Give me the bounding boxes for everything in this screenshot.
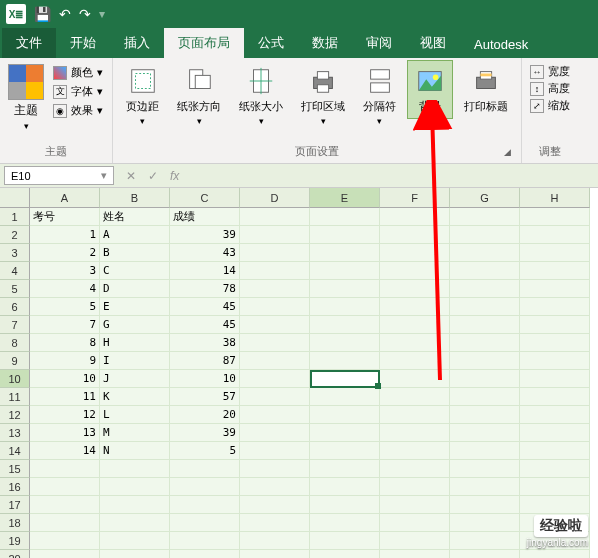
cell-B2[interactable]: A — [100, 226, 170, 244]
tab-autodesk[interactable]: Autodesk — [460, 31, 542, 58]
cell-G7[interactable] — [450, 316, 520, 334]
tab-insert[interactable]: 插入 — [110, 28, 164, 58]
cell-H18[interactable] — [520, 514, 590, 532]
cell-B8[interactable]: H — [100, 334, 170, 352]
cell-D18[interactable] — [240, 514, 310, 532]
cell-E6[interactable] — [310, 298, 380, 316]
cell-D9[interactable] — [240, 352, 310, 370]
cell-C17[interactable] — [170, 496, 240, 514]
cell-H5[interactable] — [520, 280, 590, 298]
cell-G16[interactable] — [450, 478, 520, 496]
cell-C1[interactable]: 成绩 — [170, 208, 240, 226]
cell-B16[interactable] — [100, 478, 170, 496]
cell-E20[interactable] — [310, 550, 380, 558]
cell-D20[interactable] — [240, 550, 310, 558]
row-header-12[interactable]: 12 — [0, 406, 30, 424]
cell-G8[interactable] — [450, 334, 520, 352]
cell-C12[interactable]: 20 — [170, 406, 240, 424]
cell-B18[interactable] — [100, 514, 170, 532]
cell-A6[interactable]: 5 — [30, 298, 100, 316]
cell-H19[interactable] — [520, 532, 590, 550]
theme-colors-button[interactable]: 颜色 ▾ — [52, 64, 104, 81]
cell-B3[interactable]: B — [100, 244, 170, 262]
cell-B9[interactable]: I — [100, 352, 170, 370]
cell-H11[interactable] — [520, 388, 590, 406]
background-button[interactable]: 背景 — [407, 60, 453, 119]
col-header-D[interactable]: D — [240, 188, 310, 208]
col-header-E[interactable]: E — [310, 188, 380, 208]
cell-F20[interactable] — [380, 550, 450, 558]
cell-F13[interactable] — [380, 424, 450, 442]
cell-B14[interactable]: N — [100, 442, 170, 460]
themes-button[interactable]: 主题 ▾ — [6, 60, 46, 135]
cell-D10[interactable] — [240, 370, 310, 388]
cell-C20[interactable] — [170, 550, 240, 558]
cell-B10[interactable]: J — [100, 370, 170, 388]
print-titles-button[interactable]: 打印标题 — [457, 60, 515, 119]
cell-E12[interactable] — [310, 406, 380, 424]
print-area-button[interactable]: 打印区域▾ — [294, 60, 352, 131]
cell-C9[interactable]: 87 — [170, 352, 240, 370]
cell-E19[interactable] — [310, 532, 380, 550]
row-header-1[interactable]: 1 — [0, 208, 30, 226]
theme-fonts-button[interactable]: 文字体 ▾ — [52, 83, 104, 100]
cell-H4[interactable] — [520, 262, 590, 280]
cell-H7[interactable] — [520, 316, 590, 334]
cell-A10[interactable]: 10 — [30, 370, 100, 388]
cell-E18[interactable] — [310, 514, 380, 532]
cell-A5[interactable]: 4 — [30, 280, 100, 298]
cell-E10[interactable] — [310, 370, 380, 388]
theme-effects-button[interactable]: ◉效果 ▾ — [52, 102, 104, 119]
tab-data[interactable]: 数据 — [298, 28, 352, 58]
cell-H15[interactable] — [520, 460, 590, 478]
cell-C3[interactable]: 43 — [170, 244, 240, 262]
cell-G20[interactable] — [450, 550, 520, 558]
cell-B1[interactable]: 姓名 — [100, 208, 170, 226]
cell-A9[interactable]: 9 — [30, 352, 100, 370]
tab-home[interactable]: 开始 — [56, 28, 110, 58]
cell-D14[interactable] — [240, 442, 310, 460]
cell-B13[interactable]: M — [100, 424, 170, 442]
redo-icon[interactable]: ↷ — [79, 6, 91, 22]
cell-G9[interactable] — [450, 352, 520, 370]
cell-F16[interactable] — [380, 478, 450, 496]
cell-B20[interactable] — [100, 550, 170, 558]
cell-D3[interactable] — [240, 244, 310, 262]
cell-C11[interactable]: 57 — [170, 388, 240, 406]
cell-C2[interactable]: 39 — [170, 226, 240, 244]
cell-G3[interactable] — [450, 244, 520, 262]
cell-G14[interactable] — [450, 442, 520, 460]
cell-D7[interactable] — [240, 316, 310, 334]
cell-D13[interactable] — [240, 424, 310, 442]
tab-view[interactable]: 视图 — [406, 28, 460, 58]
cell-F6[interactable] — [380, 298, 450, 316]
cell-A15[interactable] — [30, 460, 100, 478]
cell-F8[interactable] — [380, 334, 450, 352]
cell-D1[interactable] — [240, 208, 310, 226]
col-header-C[interactable]: C — [170, 188, 240, 208]
page-setup-dialog-launcher-icon[interactable]: ◢ — [501, 147, 513, 159]
cell-B17[interactable] — [100, 496, 170, 514]
cell-B5[interactable]: D — [100, 280, 170, 298]
cell-F3[interactable] — [380, 244, 450, 262]
row-header-4[interactable]: 4 — [0, 262, 30, 280]
row-header-2[interactable]: 2 — [0, 226, 30, 244]
tab-formulas[interactable]: 公式 — [244, 28, 298, 58]
cell-D17[interactable] — [240, 496, 310, 514]
cell-D19[interactable] — [240, 532, 310, 550]
cell-D11[interactable] — [240, 388, 310, 406]
cell-H14[interactable] — [520, 442, 590, 460]
cell-G15[interactable] — [450, 460, 520, 478]
size-button[interactable]: 纸张大小▾ — [232, 60, 290, 131]
undo-icon[interactable]: ↶ — [59, 6, 71, 22]
row-header-6[interactable]: 6 — [0, 298, 30, 316]
cell-A2[interactable]: 1 — [30, 226, 100, 244]
cell-F15[interactable] — [380, 460, 450, 478]
cell-C7[interactable]: 45 — [170, 316, 240, 334]
tab-file[interactable]: 文件 — [2, 28, 56, 58]
row-header-7[interactable]: 7 — [0, 316, 30, 334]
cell-B4[interactable]: C — [100, 262, 170, 280]
cancel-icon[interactable]: ✕ — [126, 169, 136, 183]
cell-E13[interactable] — [310, 424, 380, 442]
tab-page-layout[interactable]: 页面布局 — [164, 28, 244, 58]
